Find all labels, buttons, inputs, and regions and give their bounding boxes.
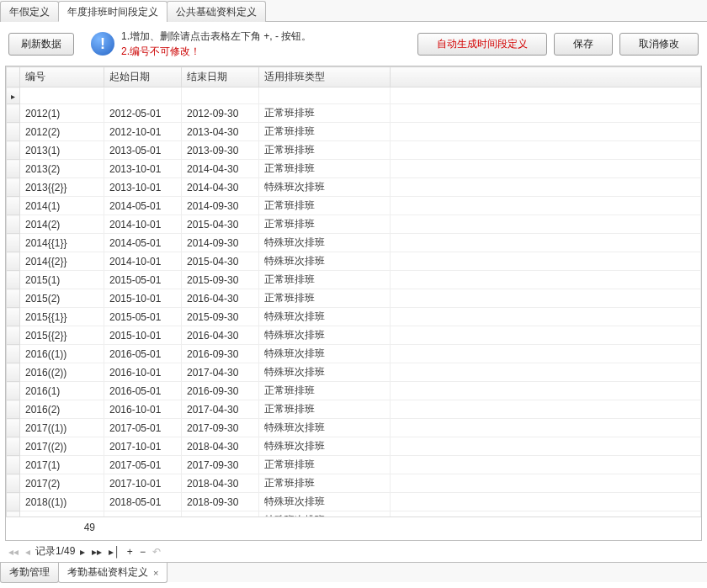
cell-end[interactable]: 2016-09-30 [182, 345, 259, 363]
cell-end[interactable]: 2015-04-30 [182, 215, 259, 234]
cell-end[interactable]: 2018-04-30 [182, 474, 259, 493]
table-row[interactable]: 2013(1)2013-05-012013-09-30正常班排班 [7, 141, 701, 160]
table-row[interactable]: 2017(2)2017-10-012018-04-30正常班排班 [7, 474, 701, 493]
cell-id[interactable]: 2013(1) [20, 141, 104, 160]
cell-start[interactable]: 2014-05-01 [104, 197, 182, 215]
cell-type[interactable]: 特殊班次排班 [259, 363, 391, 382]
table-row[interactable]: 2013{{2}}2013-10-012014-04-30特殊班次排班 [7, 178, 701, 197]
cell-type[interactable]: 正常班排班 [259, 141, 391, 160]
autogen-button[interactable]: 自动生成时间段定义 [417, 33, 547, 56]
cell-end[interactable]: 2016-04-30 [182, 326, 259, 345]
cell-empty[interactable] [20, 87, 104, 104]
cell-end[interactable]: 2017-04-30 [182, 400, 259, 419]
cell-end[interactable]: 2014-04-30 [182, 160, 259, 178]
save-button[interactable]: 保存 [554, 33, 613, 56]
cell-start[interactable]: 2015-10-01 [104, 326, 182, 345]
bottom-tab-1[interactable]: 考勤基础资料定义× [58, 563, 167, 583]
cell-start[interactable]: 2013-10-01 [104, 160, 182, 178]
cell-type[interactable]: 特殊班次排班 [259, 326, 391, 345]
top-tab-2[interactable]: 公共基础资料定义 [167, 1, 266, 22]
cell-end[interactable]: 2017-09-30 [182, 456, 259, 474]
cell-end[interactable]: 2014-09-30 [182, 234, 259, 252]
cell-end[interactable]: 2014-04-30 [182, 178, 259, 197]
cell-end[interactable]: 2017-09-30 [182, 419, 259, 437]
cell-id[interactable]: 2014(2) [20, 215, 104, 234]
cell-start[interactable]: 2014-10-01 [104, 252, 182, 271]
table-row[interactable]: 2015{{1}}2015-05-012015-09-30特殊班次排班 [7, 308, 701, 326]
cell-end[interactable]: 2018-09-30 [182, 493, 259, 511]
cell-type[interactable]: 正常班排班 [259, 456, 391, 474]
cell-type[interactable]: 正常班排班 [259, 289, 391, 308]
cell-start[interactable]: 2017-10-01 [104, 474, 182, 493]
cell-end[interactable]: 2015-09-30 [182, 271, 259, 289]
cell-end[interactable]: 2016-09-30 [182, 382, 259, 400]
cell-start[interactable]: 2017-05-01 [104, 419, 182, 437]
cell-type[interactable]: 正常班排班 [259, 123, 391, 141]
cell-id[interactable]: 2016((2)) [20, 363, 104, 382]
cell-empty[interactable] [104, 87, 182, 104]
cell-id[interactable]: 2017((1)) [20, 419, 104, 437]
table-row[interactable]: 2014{{1}}2014-05-012014-09-30特殊班次排班 [7, 234, 701, 252]
cell-id[interactable]: 2013{{2}} [20, 178, 104, 197]
bottom-tab-0[interactable]: 考勤管理 [0, 563, 59, 583]
table-row[interactable]: 2016((1))2016-05-012016-09-30特殊班次排班 [7, 345, 701, 363]
cell-type[interactable]: 特殊班次排班 [259, 437, 391, 456]
cell-empty[interactable] [182, 87, 259, 104]
cell-type[interactable]: 特殊班次排班 [259, 234, 391, 252]
col-id[interactable]: 编号 [20, 67, 104, 87]
table-row[interactable]: 2012(1)2012-05-012012-09-30正常班排班 [7, 104, 701, 123]
table-row-new[interactable] [7, 87, 701, 104]
nav-add[interactable]: + [125, 546, 135, 558]
table-row[interactable]: 2014(1)2014-05-012014-09-30正常班排班 [7, 197, 701, 215]
cell-end[interactable]: 2014-09-30 [182, 197, 259, 215]
col-start[interactable]: 起始日期 [104, 67, 182, 87]
cell-id[interactable]: 2014(1) [20, 197, 104, 215]
cell-end[interactable]: 2012-09-30 [182, 104, 259, 123]
cell-id[interactable]: 2016(2) [20, 400, 104, 419]
cell-start[interactable]: 2014-05-01 [104, 234, 182, 252]
cell-start[interactable]: 2017-05-01 [104, 456, 182, 474]
cell-id[interactable]: 2018((1)) [20, 493, 104, 511]
table-row[interactable]: 2016(2)2016-10-012017-04-30正常班排班 [7, 400, 701, 419]
cell-start[interactable]: 2015-05-01 [104, 308, 182, 326]
top-tab-1[interactable]: 年度排班时间段定义 [58, 1, 167, 22]
col-end[interactable]: 结束日期 [182, 67, 259, 87]
nav-remove[interactable]: − [138, 546, 147, 558]
table-row[interactable]: 2016(1)2016-05-012016-09-30正常班排班 [7, 382, 701, 400]
cell-id[interactable]: 2012(2) [20, 123, 104, 141]
cell-start[interactable]: 2016-05-01 [104, 345, 182, 363]
cell-id[interactable]: 2016(1) [20, 382, 104, 400]
cell-type[interactable]: 正常班排班 [259, 197, 391, 215]
nav-next-page[interactable]: ▸▸ [90, 546, 104, 558]
table-row[interactable]: 2015{{2}}2015-10-012016-04-30特殊班次排班 [7, 326, 701, 345]
cell-start[interactable]: 2016-10-01 [104, 363, 182, 382]
cell-end[interactable]: 2016-04-30 [182, 289, 259, 308]
top-tab-0[interactable]: 年假定义 [0, 1, 59, 22]
table-row[interactable]: 2017((2))2017-10-012018-04-30特殊班次排班 [7, 437, 701, 456]
table-row[interactable]: 2012(2)2012-10-012013-04-30正常班排班 [7, 123, 701, 141]
refresh-button[interactable]: 刷新数据 [8, 33, 74, 56]
cell-id[interactable]: 2014{{2}} [20, 252, 104, 271]
cell-type[interactable]: 特殊班次排班 [259, 419, 391, 437]
cell-id[interactable]: 2015(1) [20, 271, 104, 289]
cell-start[interactable]: 2013-10-01 [104, 178, 182, 197]
table-row[interactable]: 2014(2)2014-10-012015-04-30正常班排班 [7, 215, 701, 234]
cell-id[interactable]: 2015(2) [20, 289, 104, 308]
cell-type[interactable]: 特殊班次排班 [259, 178, 391, 197]
nav-first[interactable]: ◂◂ [7, 546, 20, 558]
cell-start[interactable]: 2012-05-01 [104, 104, 182, 123]
cancel-button[interactable]: 取消修改 [619, 33, 699, 56]
table-row[interactable]: 2018((1))2018-05-012018-09-30特殊班次排班 [7, 493, 701, 511]
close-icon[interactable]: × [153, 568, 158, 578]
col-type[interactable]: 适用排班类型 [259, 67, 391, 87]
cell-id[interactable]: 2017(1) [20, 456, 104, 474]
nav-next[interactable]: ▸ [78, 546, 87, 558]
table-row[interactable]: 2015(2)2015-10-012016-04-30正常班排班 [7, 289, 701, 308]
cell-start[interactable]: 2018-05-01 [104, 493, 182, 511]
cell-id[interactable]: 2015{{1}} [20, 308, 104, 326]
cell-end[interactable]: 2015-04-30 [182, 252, 259, 271]
cell-type[interactable]: 特殊班次排班 [259, 308, 391, 326]
cell-id[interactable]: 2016((1)) [20, 345, 104, 363]
cell-type[interactable]: 特殊班次排班 [259, 345, 391, 363]
nav-last[interactable]: ▸│ [107, 546, 122, 558]
